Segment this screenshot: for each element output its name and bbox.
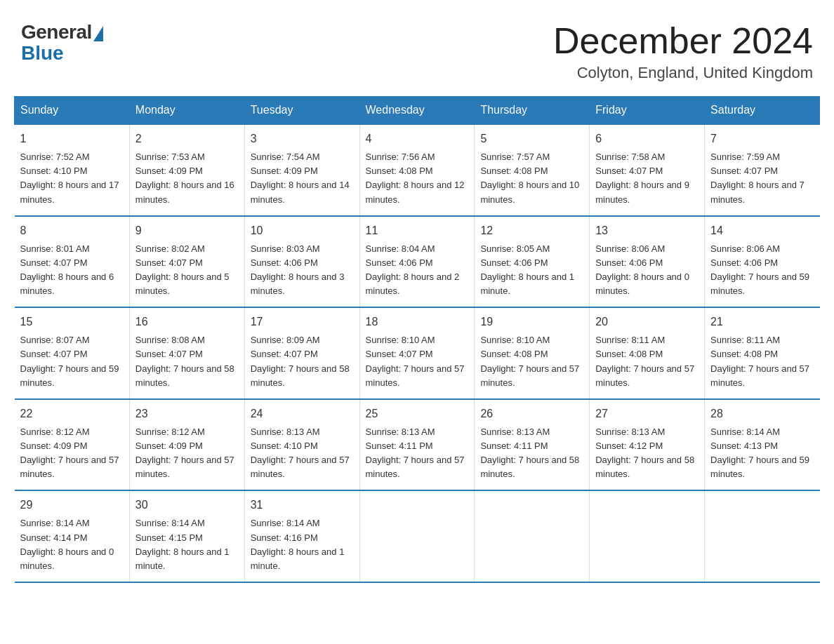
day-info: Sunrise: 7:54 AMSunset: 4:09 PMDaylight:… bbox=[251, 152, 350, 204]
calendar-day-cell: 15Sunrise: 8:07 AMSunset: 4:07 PMDayligh… bbox=[15, 307, 130, 399]
day-number: 18 bbox=[366, 314, 469, 330]
logo-general-text: General bbox=[21, 21, 92, 43]
day-info: Sunrise: 7:58 AMSunset: 4:07 PMDaylight:… bbox=[595, 152, 689, 204]
day-info: Sunrise: 8:07 AMSunset: 4:07 PMDaylight:… bbox=[20, 335, 119, 387]
calendar-week-row: 15Sunrise: 8:07 AMSunset: 4:07 PMDayligh… bbox=[15, 307, 820, 399]
calendar-day-cell: 1Sunrise: 7:52 AMSunset: 4:10 PMDaylight… bbox=[15, 124, 130, 216]
day-info: Sunrise: 7:59 AMSunset: 4:07 PMDaylight:… bbox=[710, 152, 805, 204]
calendar-day-cell bbox=[590, 490, 705, 582]
day-info: Sunrise: 8:04 AMSunset: 4:06 PMDaylight:… bbox=[366, 243, 460, 296]
col-sunday: Sunday bbox=[15, 97, 130, 125]
day-info: Sunrise: 7:53 AMSunset: 4:09 PMDaylight:… bbox=[135, 152, 234, 204]
day-info: Sunrise: 8:14 AMSunset: 4:13 PMDaylight:… bbox=[710, 427, 809, 479]
day-number: 6 bbox=[595, 130, 699, 147]
calendar-day-cell: 22Sunrise: 8:12 AMSunset: 4:09 PMDayligh… bbox=[15, 399, 130, 491]
day-number: 1 bbox=[20, 130, 124, 147]
page-header: General Blue December 2024 Colyton, Engl… bbox=[14, 14, 820, 82]
day-number: 20 bbox=[595, 314, 699, 330]
day-info: Sunrise: 8:03 AMSunset: 4:06 PMDaylight:… bbox=[251, 243, 345, 296]
calendar-day-cell: 17Sunrise: 8:09 AMSunset: 4:07 PMDayligh… bbox=[244, 307, 359, 399]
day-number: 23 bbox=[135, 405, 239, 422]
calendar-day-cell: 8Sunrise: 8:01 AMSunset: 4:07 PMDaylight… bbox=[15, 216, 130, 308]
day-number: 22 bbox=[20, 405, 124, 422]
day-info: Sunrise: 8:12 AMSunset: 4:09 PMDaylight:… bbox=[20, 427, 119, 479]
day-info: Sunrise: 8:06 AMSunset: 4:06 PMDaylight:… bbox=[595, 243, 689, 296]
calendar-week-row: 1Sunrise: 7:52 AMSunset: 4:10 PMDaylight… bbox=[15, 124, 820, 216]
day-info: Sunrise: 8:13 AMSunset: 4:11 PMDaylight:… bbox=[480, 427, 579, 479]
day-number: 13 bbox=[595, 222, 699, 239]
calendar-day-cell: 16Sunrise: 8:08 AMSunset: 4:07 PMDayligh… bbox=[129, 307, 244, 399]
day-info: Sunrise: 7:57 AMSunset: 4:08 PMDaylight:… bbox=[480, 152, 579, 204]
month-title: December 2024 bbox=[553, 21, 813, 61]
calendar-table: Sunday Monday Tuesday Wednesday Thursday… bbox=[14, 96, 820, 583]
day-number: 31 bbox=[251, 497, 354, 514]
calendar-day-cell: 20Sunrise: 8:11 AMSunset: 4:08 PMDayligh… bbox=[590, 307, 705, 399]
calendar-day-cell: 25Sunrise: 8:13 AMSunset: 4:11 PMDayligh… bbox=[359, 399, 475, 491]
day-number: 27 bbox=[595, 405, 699, 422]
day-number: 7 bbox=[710, 130, 814, 147]
col-thursday: Thursday bbox=[475, 97, 590, 125]
day-info: Sunrise: 8:12 AMSunset: 4:09 PMDaylight:… bbox=[135, 427, 234, 479]
day-info: Sunrise: 8:10 AMSunset: 4:08 PMDaylight:… bbox=[480, 335, 579, 387]
day-number: 26 bbox=[480, 405, 583, 422]
calendar-day-cell: 26Sunrise: 8:13 AMSunset: 4:11 PMDayligh… bbox=[475, 399, 590, 491]
calendar-header-row: Sunday Monday Tuesday Wednesday Thursday… bbox=[15, 97, 820, 125]
day-number: 28 bbox=[710, 405, 814, 422]
day-number: 5 bbox=[480, 130, 583, 147]
logo-arrow-icon bbox=[93, 26, 103, 41]
calendar-day-cell: 14Sunrise: 8:06 AMSunset: 4:06 PMDayligh… bbox=[705, 216, 820, 308]
calendar-week-row: 22Sunrise: 8:12 AMSunset: 4:09 PMDayligh… bbox=[15, 399, 820, 491]
day-number: 12 bbox=[480, 222, 583, 239]
day-number: 30 bbox=[135, 497, 239, 514]
day-number: 24 bbox=[251, 405, 354, 422]
day-info: Sunrise: 7:56 AMSunset: 4:08 PMDaylight:… bbox=[366, 152, 465, 204]
day-info: Sunrise: 8:13 AMSunset: 4:12 PMDaylight:… bbox=[595, 427, 694, 479]
calendar-day-cell: 29Sunrise: 8:14 AMSunset: 4:14 PMDayligh… bbox=[15, 490, 130, 582]
calendar-day-cell: 27Sunrise: 8:13 AMSunset: 4:12 PMDayligh… bbox=[590, 399, 705, 491]
day-info: Sunrise: 8:11 AMSunset: 4:08 PMDaylight:… bbox=[710, 335, 809, 387]
day-info: Sunrise: 8:11 AMSunset: 4:08 PMDaylight:… bbox=[595, 335, 694, 387]
calendar-day-cell bbox=[475, 490, 590, 582]
day-number: 15 bbox=[20, 314, 124, 330]
calendar-day-cell: 12Sunrise: 8:05 AMSunset: 4:06 PMDayligh… bbox=[475, 216, 590, 308]
day-number: 29 bbox=[20, 497, 124, 514]
day-number: 11 bbox=[366, 222, 469, 239]
day-number: 19 bbox=[480, 314, 583, 330]
calendar-week-row: 8Sunrise: 8:01 AMSunset: 4:07 PMDaylight… bbox=[15, 216, 820, 308]
day-number: 2 bbox=[135, 130, 239, 147]
day-info: Sunrise: 8:02 AMSunset: 4:07 PMDaylight:… bbox=[135, 243, 230, 296]
calendar-day-cell: 9Sunrise: 8:02 AMSunset: 4:07 PMDaylight… bbox=[129, 216, 244, 308]
day-number: 10 bbox=[251, 222, 354, 239]
logo: General Blue bbox=[21, 21, 103, 65]
day-info: Sunrise: 8:01 AMSunset: 4:07 PMDaylight:… bbox=[20, 243, 114, 296]
day-info: Sunrise: 8:14 AMSunset: 4:16 PMDaylight:… bbox=[251, 518, 345, 570]
day-number: 25 bbox=[366, 405, 469, 422]
day-number: 9 bbox=[135, 222, 239, 239]
day-number: 16 bbox=[135, 314, 239, 330]
col-tuesday: Tuesday bbox=[244, 97, 359, 125]
day-info: Sunrise: 8:05 AMSunset: 4:06 PMDaylight:… bbox=[480, 243, 574, 296]
col-wednesday: Wednesday bbox=[359, 97, 475, 125]
day-number: 14 bbox=[710, 222, 814, 239]
day-info: Sunrise: 8:13 AMSunset: 4:11 PMDaylight:… bbox=[366, 427, 465, 479]
day-info: Sunrise: 8:14 AMSunset: 4:14 PMDaylight:… bbox=[20, 518, 114, 570]
col-saturday: Saturday bbox=[705, 97, 820, 125]
calendar-day-cell: 3Sunrise: 7:54 AMSunset: 4:09 PMDaylight… bbox=[244, 124, 359, 216]
calendar-day-cell: 5Sunrise: 7:57 AMSunset: 4:08 PMDaylight… bbox=[475, 124, 590, 216]
day-number: 3 bbox=[251, 130, 354, 147]
calendar-day-cell: 4Sunrise: 7:56 AMSunset: 4:08 PMDaylight… bbox=[359, 124, 475, 216]
day-number: 4 bbox=[366, 130, 469, 147]
day-info: Sunrise: 8:06 AMSunset: 4:06 PMDaylight:… bbox=[710, 243, 809, 296]
title-section: December 2024 Colyton, England, United K… bbox=[553, 21, 813, 82]
col-friday: Friday bbox=[590, 97, 705, 125]
calendar-day-cell: 23Sunrise: 8:12 AMSunset: 4:09 PMDayligh… bbox=[129, 399, 244, 491]
calendar-day-cell: 6Sunrise: 7:58 AMSunset: 4:07 PMDaylight… bbox=[590, 124, 705, 216]
calendar-week-row: 29Sunrise: 8:14 AMSunset: 4:14 PMDayligh… bbox=[15, 490, 820, 582]
calendar-day-cell: 11Sunrise: 8:04 AMSunset: 4:06 PMDayligh… bbox=[359, 216, 475, 308]
day-info: Sunrise: 8:10 AMSunset: 4:07 PMDaylight:… bbox=[366, 335, 465, 387]
day-info: Sunrise: 8:08 AMSunset: 4:07 PMDaylight:… bbox=[135, 335, 234, 387]
day-info: Sunrise: 8:14 AMSunset: 4:15 PMDaylight:… bbox=[135, 518, 230, 570]
calendar-day-cell: 30Sunrise: 8:14 AMSunset: 4:15 PMDayligh… bbox=[129, 490, 244, 582]
day-info: Sunrise: 8:09 AMSunset: 4:07 PMDaylight:… bbox=[251, 335, 350, 387]
calendar-day-cell: 10Sunrise: 8:03 AMSunset: 4:06 PMDayligh… bbox=[244, 216, 359, 308]
